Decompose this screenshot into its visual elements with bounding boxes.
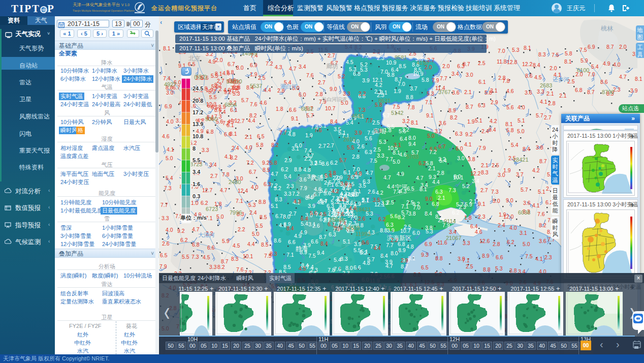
svg-text:5.0: 5.0	[493, 198, 500, 204]
svg-text:5.1: 5.1	[518, 117, 525, 124]
svg-text:廊坊: 廊坊	[326, 63, 338, 70]
svg-text:10.8: 10.8	[192, 133, 203, 139]
svg-text:8.0: 8.0	[345, 265, 353, 271]
svg-text:4.9: 4.9	[223, 87, 231, 93]
svg-text:3.0: 3.0	[351, 191, 359, 197]
svg-text:5.7: 5.7	[306, 112, 314, 118]
svg-text:2.7: 2.7	[210, 173, 218, 179]
svg-text:7.3: 7.3	[448, 187, 456, 193]
svg-text:8790: 8790	[602, 89, 614, 95]
svg-text:8.2: 8.2	[217, 264, 225, 270]
svg-text:6.7: 6.7	[249, 169, 256, 175]
svg-text:5.0: 5.0	[393, 159, 400, 165]
svg-text:1.9: 1.9	[503, 167, 511, 173]
svg-text:8: 8	[192, 145, 196, 152]
svg-text:7.9: 7.9	[300, 185, 307, 191]
svg-text:1.8: 1.8	[276, 106, 283, 112]
svg-text:静海: 静海	[296, 245, 308, 252]
svg-text:8.6: 8.6	[274, 237, 281, 244]
svg-text:6.7: 6.7	[438, 143, 446, 149]
svg-text:2.7: 2.7	[480, 187, 488, 193]
svg-text:8.8: 8.8	[435, 255, 443, 261]
svg-text:18421: 18421	[513, 157, 529, 163]
svg-text:3.6: 3.6	[439, 120, 446, 126]
svg-text:8.7: 8.7	[466, 104, 473, 110]
svg-text:3.3: 3.3	[209, 264, 217, 270]
svg-text:14639: 14639	[344, 225, 360, 231]
svg-text:2683: 2683	[540, 82, 552, 88]
svg-text:3.8: 3.8	[468, 156, 475, 162]
svg-text:2.9: 2.9	[491, 99, 498, 105]
svg-text:2.7: 2.7	[318, 79, 326, 85]
svg-text:2.5: 2.5	[373, 146, 381, 153]
svg-text:5537: 5537	[250, 83, 262, 89]
svg-text:6100: 6100	[577, 67, 589, 73]
svg-text:10.7: 10.7	[325, 105, 336, 111]
svg-text:2.9: 2.9	[284, 157, 292, 163]
svg-text:5.0: 5.0	[166, 155, 173, 161]
svg-text:13550: 13550	[227, 78, 242, 84]
svg-text:5.5: 5.5	[209, 94, 217, 100]
svg-text:9.0: 9.0	[506, 197, 513, 203]
svg-text:8.9: 8.9	[398, 247, 406, 253]
svg-text:8.3: 8.3	[538, 51, 546, 57]
svg-text:7.8: 7.8	[222, 171, 230, 177]
svg-text:1.6: 1.6	[192, 181, 200, 187]
svg-text:8581: 8581	[395, 54, 407, 60]
svg-text:8.4: 8.4	[523, 146, 530, 152]
svg-text:3.4: 3.4	[472, 178, 479, 184]
svg-text:2.7: 2.7	[328, 52, 335, 58]
svg-text:5.9: 5.9	[222, 238, 230, 244]
svg-text:12.8: 12.8	[507, 59, 518, 65]
svg-text:9114: 9114	[444, 218, 456, 224]
svg-text:8.6: 8.6	[525, 73, 533, 79]
svg-text:6.0: 6.0	[295, 142, 302, 148]
svg-text:5142: 5142	[391, 110, 403, 116]
svg-text:8.7: 8.7	[539, 158, 547, 164]
svg-text:4.6: 4.6	[399, 152, 407, 158]
svg-text:18421: 18421	[356, 206, 371, 213]
svg-text:8.5: 8.5	[263, 167, 270, 173]
svg-text:2.0: 2.0	[215, 57, 223, 63]
svg-text:4.8: 4.8	[288, 131, 296, 137]
svg-text:6.6: 6.6	[289, 107, 297, 113]
svg-text:6.5: 6.5	[257, 133, 265, 139]
svg-text:7.8: 7.8	[502, 78, 510, 84]
svg-text:2.1: 2.1	[546, 90, 554, 97]
svg-text:4.5: 4.5	[203, 254, 210, 260]
svg-text:8.9: 8.9	[283, 221, 291, 227]
svg-text:2610: 2610	[343, 136, 356, 142]
svg-text:3.1: 3.1	[308, 221, 316, 227]
svg-text:5.1: 5.1	[271, 203, 278, 209]
svg-text:潮白河: 潮白河	[280, 83, 297, 89]
svg-text:7.4: 7.4	[163, 75, 171, 81]
svg-text:6.0: 6.0	[456, 145, 463, 152]
svg-text:5.5: 5.5	[255, 223, 263, 229]
svg-text:2.5: 2.5	[324, 179, 332, 186]
svg-text:7.5: 7.5	[308, 253, 316, 259]
svg-text:2.7: 2.7	[237, 118, 245, 124]
svg-text:3.7: 3.7	[410, 85, 417, 92]
svg-text:5.3: 5.3	[360, 67, 368, 73]
svg-text:7.4: 7.4	[306, 264, 314, 270]
svg-text:5.7: 5.7	[521, 187, 528, 193]
svg-text:5.1: 5.1	[338, 130, 346, 136]
svg-text:9.2: 9.2	[262, 160, 270, 166]
svg-text:2.5: 2.5	[387, 199, 394, 205]
svg-text:4.3: 4.3	[275, 64, 282, 70]
svg-text:7.1: 7.1	[286, 252, 294, 258]
svg-text:2.5: 2.5	[478, 60, 486, 66]
svg-text:6.3: 6.3	[455, 131, 463, 137]
svg-text:5.2: 5.2	[338, 73, 345, 79]
svg-text:5703: 5703	[406, 154, 418, 160]
svg-text:6.0: 6.0	[412, 230, 420, 236]
svg-text:2.5: 2.5	[258, 75, 266, 81]
svg-text:25046: 25046	[329, 217, 345, 223]
svg-text:5.6: 5.6	[399, 128, 406, 134]
svg-text:5.7: 5.7	[382, 112, 390, 118]
svg-text:7.0: 7.0	[413, 204, 421, 210]
svg-text:2.4: 2.4	[232, 145, 239, 151]
svg-text:7.0: 7.0	[398, 81, 405, 87]
svg-text:7.5: 7.5	[393, 104, 400, 110]
svg-text:2.4: 2.4	[498, 222, 505, 228]
